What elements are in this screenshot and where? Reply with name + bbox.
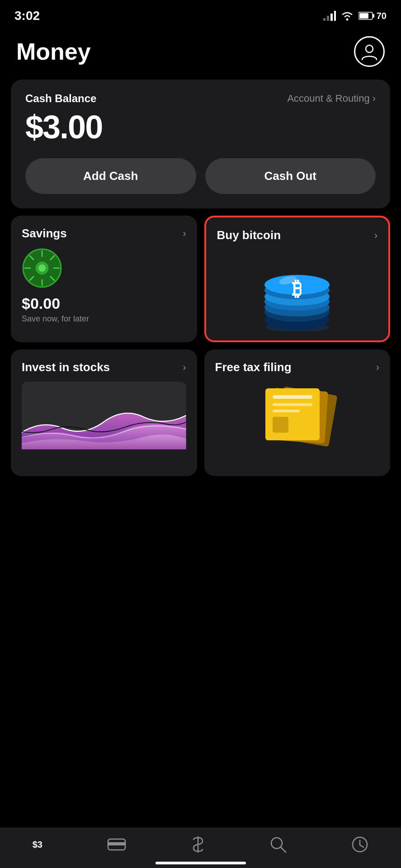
search-icon bbox=[269, 836, 287, 853]
svg-rect-36 bbox=[273, 410, 300, 412]
add-cash-button[interactable]: Add Cash bbox=[25, 158, 196, 194]
savings-subtitle: Save now, for later bbox=[22, 314, 186, 333]
stocks-card-header: Invest in stocks › bbox=[22, 360, 186, 374]
nav-item-dollar[interactable] bbox=[182, 835, 214, 854]
svg-point-4 bbox=[346, 19, 348, 21]
home-indicator bbox=[156, 862, 246, 864]
status-time: 3:02 bbox=[14, 9, 40, 23]
svg-line-42 bbox=[281, 847, 286, 852]
svg-rect-0 bbox=[323, 18, 326, 21]
clock-icon bbox=[351, 836, 368, 853]
bitcoin-card[interactable]: Buy bitcoin › bbox=[204, 216, 391, 342]
nav-item-home[interactable] bbox=[98, 837, 135, 852]
feature-grid-top: Savings › bbox=[11, 216, 390, 342]
header: Money bbox=[0, 27, 401, 74]
cash-out-button[interactable]: Cash Out bbox=[205, 158, 376, 194]
profile-button[interactable] bbox=[354, 36, 385, 67]
nav-item-balance[interactable]: $3 bbox=[24, 840, 52, 850]
svg-rect-3 bbox=[334, 11, 336, 21]
bitcoin-title: Buy bitcoin bbox=[217, 228, 281, 242]
svg-line-45 bbox=[360, 845, 363, 847]
bitcoin-card-header: Buy bitcoin › bbox=[217, 228, 378, 242]
svg-rect-1 bbox=[327, 16, 329, 21]
savings-icon bbox=[22, 248, 62, 288]
savings-card[interactable]: Savings › bbox=[11, 216, 197, 342]
nav-balance-label: $3 bbox=[33, 840, 42, 850]
svg-rect-2 bbox=[330, 14, 333, 21]
tax-papers-svg bbox=[252, 382, 342, 449]
svg-point-8 bbox=[366, 45, 373, 52]
svg-rect-37 bbox=[273, 417, 288, 433]
stocks-card[interactable]: Invest in stocks › bbox=[11, 349, 197, 476]
battery-indicator: 70 bbox=[359, 11, 387, 21]
tax-card-header: Free tax filing › bbox=[215, 360, 380, 374]
home-card-icon bbox=[107, 837, 126, 852]
status-icons: 70 bbox=[323, 11, 387, 21]
stocks-visual bbox=[22, 382, 186, 449]
tax-card[interactable]: Free tax filing › bbox=[204, 349, 391, 476]
stocks-title: Invest in stocks bbox=[22, 360, 110, 374]
cash-balance-label: Cash Balance bbox=[25, 92, 96, 105]
stocks-chevron: › bbox=[183, 362, 186, 373]
svg-rect-7 bbox=[359, 13, 368, 19]
svg-point-19 bbox=[38, 264, 46, 272]
signal-icon bbox=[323, 11, 336, 21]
savings-card-header: Savings › bbox=[22, 226, 186, 241]
tax-title: Free tax filing bbox=[215, 360, 292, 374]
cash-actions: Add Cash Cash Out bbox=[25, 158, 376, 194]
svg-rect-6 bbox=[373, 14, 374, 18]
bitcoin-visual: ₿ bbox=[217, 250, 378, 331]
bitcoin-stack-svg: ₿ bbox=[252, 254, 342, 331]
cash-balance-card: Cash Balance Account & Routing › $3.00 A… bbox=[11, 80, 390, 208]
svg-rect-35 bbox=[273, 403, 312, 406]
cash-amount: $3.00 bbox=[25, 108, 376, 146]
tax-chevron: › bbox=[376, 362, 379, 373]
dollar-icon bbox=[191, 835, 205, 854]
account-routing-link[interactable]: Account & Routing › bbox=[287, 93, 376, 104]
page-title: Money bbox=[16, 38, 91, 65]
tax-visual bbox=[215, 382, 380, 449]
nav-item-search[interactable] bbox=[260, 836, 296, 853]
person-icon bbox=[360, 42, 378, 61]
savings-amount: $0.00 bbox=[22, 295, 186, 312]
bitcoin-chevron: › bbox=[374, 230, 377, 241]
wifi-icon bbox=[340, 11, 354, 21]
savings-chevron: › bbox=[183, 228, 186, 240]
savings-title: Savings bbox=[22, 226, 67, 241]
svg-rect-39 bbox=[108, 842, 125, 845]
nav-item-history[interactable] bbox=[342, 836, 377, 853]
status-bar: 3:02 70 bbox=[0, 0, 401, 27]
stocks-chart-svg bbox=[22, 382, 186, 449]
feature-grid-bottom: Invest in stocks › bbox=[11, 349, 390, 476]
account-routing-chevron: › bbox=[373, 93, 376, 104]
cash-balance-header: Cash Balance Account & Routing › bbox=[25, 92, 376, 105]
account-routing-text: Account & Routing bbox=[287, 93, 369, 104]
svg-rect-34 bbox=[273, 395, 312, 399]
